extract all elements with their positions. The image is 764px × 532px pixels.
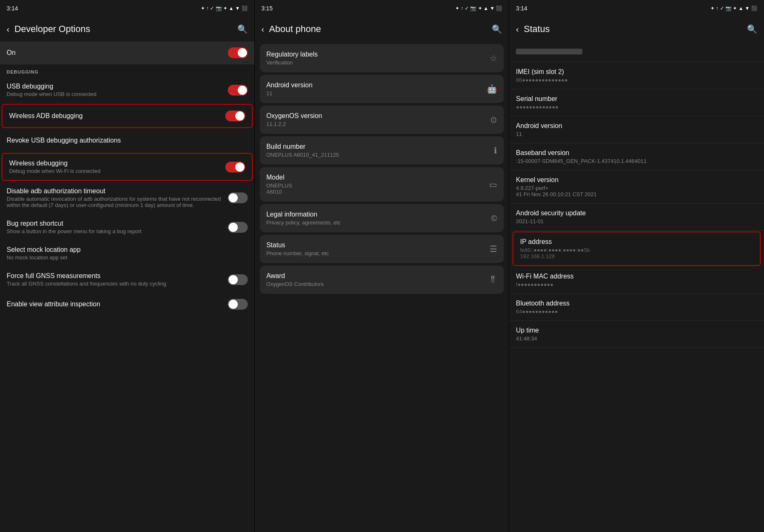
- usb-debugging-title: USB debugging: [7, 83, 228, 90]
- search-button-panel2[interactable]: 🔍: [492, 24, 502, 34]
- force-gnss-toggle[interactable]: [228, 274, 248, 285]
- ip-address-row: IP address fe80::●●●●:●●●●:●●●●:●●5b192.…: [513, 232, 761, 266]
- panel2-content: Regulatory labels Verification ☆ Android…: [255, 42, 509, 532]
- wireless-adb-debugging-row[interactable]: Wireless ADB debugging: [2, 104, 253, 128]
- imei-slot2-value: 86●●●●●●●●●●●●●●: [516, 77, 757, 83]
- legal-information-text: Legal information Privacy policy, agreem…: [266, 211, 341, 226]
- status-bar-panel3: 3:14 ✦ ↑ ✓ 📷 ✦ ▲ ▼ ⬛: [509, 0, 764, 17]
- android-security-update-label: Android security update: [516, 209, 757, 217]
- back-button-panel1[interactable]: ‹: [7, 25, 10, 34]
- kernel-version-label: Kernel version: [516, 176, 757, 184]
- bluetooth-address-value: 64●●●●●●●●●●●: [516, 308, 757, 315]
- imei-blurred-value: [516, 49, 582, 54]
- bug-report-shortcut-text: Bug report shortcut Show a button in the…: [7, 220, 228, 234]
- legal-information-subtitle: Privacy policy, agreements, etc: [266, 219, 341, 226]
- status-text: Status Phone number, signal, etc: [266, 241, 329, 256]
- wireless-adb-toggle[interactable]: [225, 111, 245, 121]
- wireless-debugging-text: Wireless debugging Debug mode when Wi-Fi…: [9, 160, 225, 174]
- build-number-subtitle: ONEPLUS A6010_41_211125: [266, 152, 339, 158]
- panel-about-phone: 3:15 ✦ ↑ ✓ 📷 ✦ ▲ ▼ ⬛ ‹ About phone 🔍 Reg…: [255, 0, 510, 532]
- award-icon: 🎖: [489, 275, 497, 285]
- android-version-card[interactable]: Android version 11 🤖: [260, 75, 504, 103]
- oxygenos-version-card[interactable]: OxygenOS version 11.1.2.2 ⊙: [260, 106, 504, 134]
- oxygenos-version-text: OxygenOS version 11.1.2.2: [266, 112, 322, 127]
- bug-report-shortcut-toggle[interactable]: [228, 222, 248, 233]
- page-title-panel1: Developer Options: [15, 24, 237, 34]
- status-icons-panel1: ✦ ↑ ✓ 📷 ✦ ▲ ▼ ⬛: [201, 5, 248, 11]
- android-version-status-label: Android version: [516, 122, 757, 130]
- android-version-icon: 🤖: [487, 84, 497, 94]
- usb-debugging-text: USB debugging Debug mode when USB is con…: [7, 83, 228, 97]
- back-button-panel3[interactable]: ‹: [516, 25, 519, 34]
- imei-slot2-row: IMEI (sim slot 2) 86●●●●●●●●●●●●●●: [509, 62, 764, 89]
- wifi-mac-value: f●●●●●●●●●●●: [516, 281, 757, 288]
- top-bar-panel1: ‹ Developer Options 🔍: [0, 17, 254, 42]
- status-bar-panel1: 3:14 ✦ ↑ ✓ 📷 ✦ ▲ ▼ ⬛: [0, 0, 254, 17]
- wireless-debugging-row[interactable]: Wireless debugging Debug mode when Wi-Fi…: [2, 153, 253, 181]
- regulatory-labels-icon: ☆: [490, 53, 497, 63]
- serial-number-row: Serial number ●●●●●●●●●●●●●: [509, 89, 764, 116]
- bluetooth-address-row: Bluetooth address 64●●●●●●●●●●●: [509, 294, 764, 321]
- usb-debugging-row[interactable]: USB debugging Debug mode when USB is con…: [0, 77, 254, 103]
- back-button-panel2[interactable]: ‹: [261, 25, 264, 34]
- wireless-adb-title: Wireless ADB debugging: [9, 112, 225, 120]
- award-title: Award: [266, 272, 324, 280]
- status-bar-panel2: 3:15 ✦ ↑ ✓ 📷 ✦ ▲ ▼ ⬛: [255, 0, 509, 17]
- regulatory-labels-text: Regulatory labels Verification: [266, 51, 318, 66]
- oxygenos-version-icon: ⊙: [490, 115, 497, 125]
- wireless-adb-text: Wireless ADB debugging: [9, 112, 225, 120]
- on-toggle[interactable]: [228, 47, 248, 58]
- wifi-mac-row: Wi-Fi MAC address f●●●●●●●●●●●: [509, 267, 764, 294]
- up-time-row: Up time 41:48:34: [509, 321, 764, 348]
- select-mock-location-subtitle: No mock location app set: [7, 254, 248, 261]
- wifi-mac-label: Wi-Fi MAC address: [516, 273, 757, 280]
- debugging-section-label: DEBUGGING: [0, 64, 254, 77]
- force-gnss-text: Force full GNSS measurements Track all G…: [7, 272, 228, 287]
- bug-report-shortcut-row[interactable]: Bug report shortcut Show a button in the…: [0, 214, 254, 240]
- disable-adb-timeout-subtitle: Disable automatic revocation of adb auth…: [7, 196, 228, 208]
- baseband-version-label: Baseband version: [516, 149, 757, 157]
- enable-view-attribute-row[interactable]: Enable view attribute inspection: [0, 293, 254, 316]
- regulatory-labels-card[interactable]: Regulatory labels Verification ☆: [260, 44, 504, 72]
- regulatory-labels-subtitle: Verification: [266, 59, 318, 66]
- force-gnss-title: Force full GNSS measurements: [7, 272, 228, 280]
- usb-debugging-subtitle: Debug mode when USB is connected: [7, 91, 228, 97]
- imei-blurred-row: [509, 42, 764, 62]
- bug-report-shortcut-subtitle: Show a button in the power menu for taki…: [7, 228, 228, 234]
- model-text: Model ONEPLUSA6010: [266, 174, 292, 195]
- on-label: On: [7, 49, 15, 57]
- build-number-card[interactable]: Build number ONEPLUS A6010_41_211125 ℹ: [260, 136, 504, 165]
- ip-address-value: fe80::●●●●:●●●●:●●●●:●●5b192.168.1.128: [520, 247, 753, 259]
- legal-information-card[interactable]: Legal information Privacy policy, agreem…: [260, 204, 504, 232]
- disable-adb-timeout-toggle[interactable]: [228, 192, 248, 203]
- status-card[interactable]: Status Phone number, signal, etc ☰: [260, 235, 504, 263]
- select-mock-location-row[interactable]: Select mock location app No mock locatio…: [0, 240, 254, 266]
- status-title: Status: [266, 241, 329, 249]
- imei-slot2-label: IMEI (sim slot 2): [516, 68, 757, 76]
- android-security-update-row: Android security update 2021-11-01: [509, 204, 764, 231]
- disable-adb-timeout-row[interactable]: Disable adb authorization timeout Disabl…: [0, 182, 254, 214]
- baseband-version-value: :15-00007-SDM845_GEN_PACK-1.437410.1.446…: [516, 158, 757, 164]
- usb-debugging-toggle[interactable]: [228, 85, 248, 96]
- model-card[interactable]: Model ONEPLUSA6010 ▭: [260, 167, 504, 202]
- on-toggle-row[interactable]: On: [0, 42, 254, 64]
- status-time-panel1: 3:14: [7, 5, 18, 12]
- search-button-panel1[interactable]: 🔍: [237, 24, 248, 34]
- force-gnss-row[interactable]: Force full GNSS measurements Track all G…: [0, 266, 254, 293]
- award-card[interactable]: Award OxygenOS Contributors 🎖: [260, 266, 504, 294]
- revoke-usb-row[interactable]: Revoke USB debugging authorizations: [0, 129, 254, 152]
- android-version-text: Android version 11: [266, 81, 313, 96]
- status-icons-panel2: ✦ ↑ ✓ 📷 ✦ ▲ ▼ ⬛: [455, 5, 502, 11]
- enable-view-attribute-text: Enable view attribute inspection: [7, 300, 228, 308]
- revoke-usb-text: Revoke USB debugging authorizations: [7, 137, 248, 144]
- build-number-title: Build number: [266, 143, 339, 150]
- wireless-debugging-toggle[interactable]: [225, 162, 245, 172]
- model-icon: ▭: [489, 180, 497, 190]
- android-security-update-value: 2021-11-01: [516, 218, 757, 224]
- build-number-text: Build number ONEPLUS A6010_41_211125: [266, 143, 339, 158]
- legal-information-title: Legal information: [266, 211, 341, 218]
- search-button-panel3[interactable]: 🔍: [747, 24, 757, 34]
- bug-report-shortcut-title: Bug report shortcut: [7, 220, 228, 227]
- enable-view-attribute-toggle[interactable]: [228, 299, 248, 310]
- model-title: Model: [266, 174, 292, 181]
